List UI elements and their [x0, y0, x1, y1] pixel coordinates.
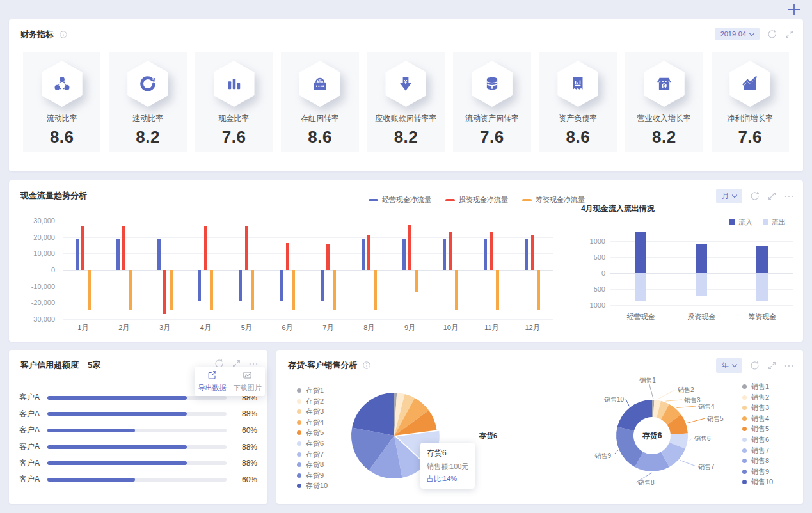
legend-item[interactable]: 销售3	[742, 404, 773, 411]
legend-item[interactable]: 存货10	[297, 482, 328, 489]
bar-投资现金净流量[interactable]	[490, 232, 493, 270]
bar-筹资现金净流量[interactable]	[374, 270, 377, 310]
bar-投资现金净流量[interactable]	[367, 235, 370, 270]
bar-投资现金净流量[interactable]	[81, 226, 84, 270]
bar-投资现金净流量[interactable]	[245, 226, 248, 270]
credit-bar-fill[interactable]	[47, 429, 135, 432]
legend-item[interactable]: 存货9	[297, 472, 328, 479]
bar-经营现金净流量[interactable]	[239, 270, 242, 301]
legend-item[interactable]: 存货8	[297, 461, 328, 468]
bar-经营现金净流量[interactable]	[525, 239, 528, 270]
bar-筹资现金净流量[interactable]	[333, 270, 336, 310]
bar-筹资现金净流量[interactable]	[88, 270, 91, 310]
legend-item[interactable]: 销售10	[742, 478, 773, 485]
legend-item[interactable]: 销售6	[742, 436, 773, 443]
legend-item[interactable]: 销售9	[742, 468, 773, 475]
legend-item[interactable]: 销售5	[742, 425, 773, 432]
stacked-bar-流入[interactable]	[756, 246, 768, 274]
callout-line	[676, 406, 696, 408]
bar-筹资现金净流量[interactable]	[415, 270, 418, 292]
info-icon[interactable]	[362, 361, 371, 370]
legend-item[interactable]: 流出	[763, 217, 786, 227]
bar-投资现金净流量[interactable]	[408, 225, 411, 270]
legend-dot	[742, 416, 747, 421]
legend-item[interactable]: 销售1	[742, 383, 773, 390]
bar-筹资现金净流量[interactable]	[537, 270, 540, 310]
stacked-bar-流入[interactable]	[635, 232, 646, 273]
credit-bar-fill[interactable]	[47, 461, 187, 465]
legend-dot	[742, 395, 747, 400]
bar-经营现金净流量[interactable]	[157, 239, 161, 270]
legend-item[interactable]: 投资现金净流量	[445, 195, 508, 205]
credit-bar-fill[interactable]	[47, 478, 135, 482]
x-axis-label: 4月	[185, 323, 226, 333]
stacked-bar-流出[interactable]	[756, 273, 768, 301]
legend-item[interactable]: 流入	[729, 217, 752, 227]
legend-item[interactable]: 存货1	[297, 387, 328, 394]
callout-line	[626, 399, 630, 406]
slice-callout-label: 销售10	[603, 396, 625, 403]
credit-bar-fill[interactable]	[47, 412, 187, 416]
legend-item[interactable]: 销售7	[742, 447, 773, 454]
legend-item[interactable]: 存货4	[297, 419, 328, 426]
export-data-menu-item[interactable]: 导出数据	[195, 367, 230, 396]
refresh-icon[interactable]	[767, 29, 777, 40]
bar-筹资现金净流量[interactable]	[251, 270, 254, 310]
tooltip-sales: 销售额:100元	[427, 462, 468, 471]
bar-经营现金净流量[interactable]	[321, 270, 324, 301]
legend-item[interactable]: 销售2	[742, 394, 773, 401]
credit-bar-fill[interactable]	[47, 396, 187, 400]
y-axis-tick: 30,000	[17, 217, 55, 225]
legend-item[interactable]: 存货7	[297, 451, 328, 458]
download-image-menu-item[interactable]: 下载图片	[230, 367, 265, 396]
bar-投资现金净流量[interactable]	[286, 243, 289, 270]
refresh-icon[interactable]	[749, 360, 760, 371]
bar-筹资现金净流量[interactable]	[455, 270, 458, 310]
bar-筹资现金净流量[interactable]	[170, 270, 173, 310]
bar-筹资现金净流量[interactable]	[496, 270, 499, 310]
slice-销售10[interactable]	[617, 400, 652, 431]
bar-投资现金净流量[interactable]	[122, 226, 125, 270]
stacked-bar-流出[interactable]	[635, 273, 646, 301]
stacked-bar-流出[interactable]	[696, 273, 707, 296]
bar-投资现金净流量[interactable]	[163, 270, 166, 314]
legend-label: 销售7	[751, 446, 769, 455]
bar-经营现金净流量[interactable]	[484, 239, 487, 270]
bar-经营现金净流量[interactable]	[362, 239, 365, 270]
legend-item[interactable]: 销售8	[742, 457, 773, 464]
more-icon[interactable]	[784, 361, 794, 371]
info-icon[interactable]	[59, 30, 68, 39]
bar-筹资现金净流量[interactable]	[129, 270, 132, 310]
legend-dot	[297, 388, 301, 393]
legend-item[interactable]: 存货6	[297, 440, 328, 447]
credit-bar-track	[47, 412, 227, 416]
bar-筹资现金净流量[interactable]	[292, 270, 295, 310]
bar-经营现金净流量[interactable]	[198, 270, 201, 301]
legend-item[interactable]: 存货2	[297, 398, 328, 405]
stacked-bar-流入[interactable]	[696, 244, 707, 273]
bar-投资现金净流量[interactable]	[326, 244, 330, 270]
metric-value: 8.6	[23, 127, 100, 147]
legend-item[interactable]: 销售4	[742, 415, 773, 422]
granularity-dropdown[interactable]: 年	[716, 358, 742, 373]
add-widget-button[interactable]	[787, 3, 801, 19]
credit-bar-fill[interactable]	[47, 445, 187, 449]
bar-经营现金净流量[interactable]	[116, 239, 120, 270]
bar-投资现金净流量[interactable]	[531, 235, 534, 270]
bar-经营现金净流量[interactable]	[76, 239, 79, 270]
expand-icon[interactable]	[784, 29, 794, 39]
panel-header: 财务指标	[20, 29, 68, 40]
bar-筹资现金净流量[interactable]	[210, 270, 213, 310]
legend-item[interactable]: 存货5	[297, 429, 328, 436]
bar-投资现金净流量[interactable]	[449, 232, 452, 270]
expand-icon[interactable]	[767, 361, 777, 370]
legend-swatch	[369, 199, 378, 201]
legend-item[interactable]: 存货3	[297, 408, 328, 415]
bar-经营现金净流量[interactable]	[402, 239, 406, 270]
receipt-icon	[557, 61, 598, 107]
bar-经营现金净流量[interactable]	[280, 270, 283, 301]
period-dropdown[interactable]: 2019-04	[715, 28, 760, 40]
legend-item[interactable]: 经营现金净流量	[369, 195, 431, 205]
bar-经营现金净流量[interactable]	[443, 239, 446, 270]
bar-投资现金净流量[interactable]	[204, 226, 207, 270]
